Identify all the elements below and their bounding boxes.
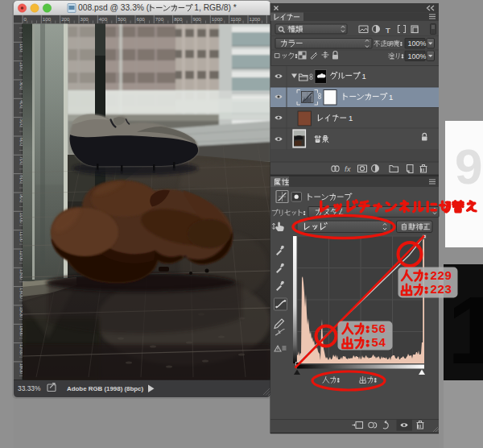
- svg-text:100: 100: [43, 16, 52, 22]
- svg-text:2: 2: [437, 282, 444, 296]
- svg-text:100%: 100%: [408, 39, 427, 48]
- svg-text:T: T: [386, 26, 390, 35]
- svg-text:500: 500: [118, 16, 126, 22]
- svg-text:fx: fx: [345, 164, 352, 173]
- svg-text:600: 600: [136, 16, 145, 22]
- svg-text:300: 300: [80, 16, 89, 22]
- svg-text:1: 1: [362, 72, 366, 81]
- svg-text:6: 6: [379, 321, 386, 335]
- svg-text:2: 2: [437, 268, 444, 282]
- svg-text:1200: 1200: [249, 16, 260, 22]
- svg-text:200: 200: [61, 16, 70, 22]
- svg-text:008.psd @ 33.3% (: 008.psd @ 33.3% (: [78, 3, 150, 12]
- svg-text:3: 3: [444, 282, 451, 296]
- svg-text:100%: 100%: [408, 52, 427, 60]
- svg-text:2: 2: [430, 282, 436, 296]
- svg-text:Adobe RGB (1998) (8bpc): Adobe RGB (1998) (8bpc): [67, 385, 144, 392]
- svg-text:1: 1: [349, 114, 353, 122]
- svg-text:94: 94: [455, 139, 483, 194]
- svg-text:800: 800: [174, 16, 183, 22]
- svg-text:33.33%: 33.33%: [18, 384, 41, 392]
- svg-text:2: 2: [430, 268, 436, 282]
- svg-text:400: 400: [99, 16, 108, 22]
- svg-text:700: 700: [155, 16, 164, 22]
- svg-text:1000: 1000: [212, 16, 223, 22]
- svg-text:4: 4: [379, 335, 386, 349]
- svg-text:900: 900: [192, 16, 201, 22]
- svg-text:5: 5: [372, 335, 378, 349]
- svg-text:1: 1: [389, 93, 393, 102]
- svg-text:9: 9: [444, 268, 451, 282]
- svg-text:1100: 1100: [230, 16, 242, 22]
- svg-text:1, RGB/8) *: 1, RGB/8) *: [194, 3, 237, 12]
- svg-text:0: 0: [24, 16, 27, 22]
- svg-text:5: 5: [372, 321, 378, 335]
